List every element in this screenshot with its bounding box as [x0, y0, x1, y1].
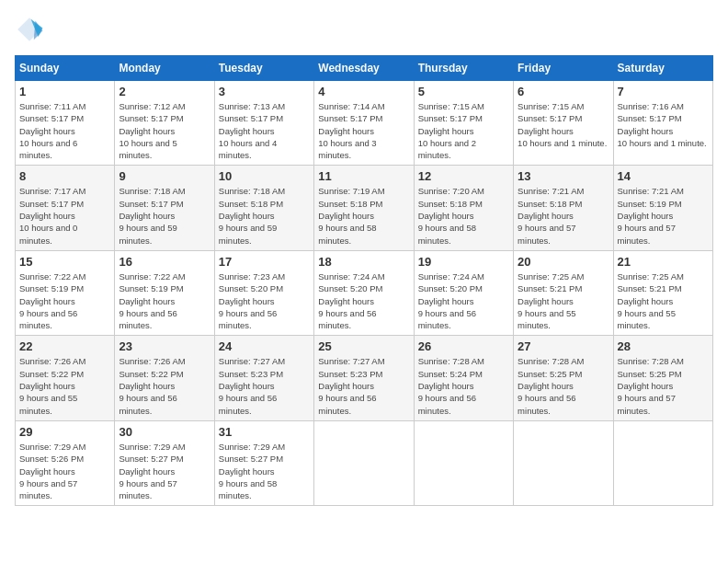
calendar-cell: [314, 420, 414, 505]
calendar-cell: 31 Sunrise: 7:29 AM Sunset: 5:27 PM Dayl…: [214, 420, 313, 505]
calendar-cell: 19 Sunrise: 7:24 AM Sunset: 5:20 PM Dayl…: [414, 250, 513, 335]
day-header: Friday: [514, 56, 613, 81]
calendar-cell: 12 Sunrise: 7:20 AM Sunset: 5:18 PM Dayl…: [414, 166, 513, 250]
day-number: 18: [318, 255, 409, 269]
day-number: 26: [418, 339, 509, 353]
calendar-cell: [613, 420, 712, 505]
day-number: 17: [219, 255, 310, 269]
day-header: Thursday: [414, 56, 513, 81]
calendar-cell: 14 Sunrise: 7:21 AM Sunset: 5:19 PM Dayl…: [613, 166, 712, 250]
calendar-cell: 26 Sunrise: 7:28 AM Sunset: 5:24 PM Dayl…: [414, 336, 513, 420]
day-info: Sunrise: 7:18 AM Sunset: 5:18 PM Dayligh…: [219, 185, 310, 246]
calendar-cell: 10 Sunrise: 7:18 AM Sunset: 5:18 PM Dayl…: [214, 166, 313, 250]
day-number: 29: [19, 425, 110, 439]
calendar-cell: 27 Sunrise: 7:28 AM Sunset: 5:25 PM Dayl…: [514, 336, 613, 420]
calendar-cell: 3 Sunrise: 7:13 AM Sunset: 5:17 PM Dayli…: [214, 81, 313, 166]
day-info: Sunrise: 7:15 AM Sunset: 5:17 PM Dayligh…: [418, 100, 509, 161]
calendar-cell: 8 Sunrise: 7:17 AM Sunset: 5:17 PM Dayli…: [16, 166, 115, 250]
day-header: Saturday: [613, 56, 712, 81]
logo: [15, 15, 48, 44]
calendar-body: 1 Sunrise: 7:11 AM Sunset: 5:17 PM Dayli…: [16, 81, 713, 506]
calendar-week: 22 Sunrise: 7:26 AM Sunset: 5:22 PM Dayl…: [16, 336, 713, 420]
day-number: 28: [618, 339, 709, 353]
day-info: Sunrise: 7:29 AM Sunset: 5:27 PM Dayligh…: [119, 441, 210, 501]
day-number: 16: [119, 255, 210, 269]
calendar-cell: 21 Sunrise: 7:25 AM Sunset: 5:21 PM Dayl…: [613, 250, 712, 335]
calendar-table: SundayMondayTuesdayWednesdayThursdayFrid…: [15, 55, 713, 506]
day-number: 27: [518, 339, 609, 353]
calendar-cell: [514, 420, 613, 505]
day-number: 15: [19, 255, 110, 269]
calendar-cell: 13 Sunrise: 7:21 AM Sunset: 5:18 PM Dayl…: [514, 166, 613, 250]
day-info: Sunrise: 7:27 AM Sunset: 5:23 PM Dayligh…: [318, 355, 409, 416]
day-info: Sunrise: 7:29 AM Sunset: 5:27 PM Dayligh…: [219, 441, 310, 501]
day-header: Wednesday: [314, 56, 414, 81]
calendar-cell: 5 Sunrise: 7:15 AM Sunset: 5:17 PM Dayli…: [414, 81, 513, 166]
day-info: Sunrise: 7:27 AM Sunset: 5:23 PM Dayligh…: [219, 355, 310, 416]
day-info: Sunrise: 7:28 AM Sunset: 5:25 PM Dayligh…: [618, 355, 709, 416]
day-number: 21: [618, 255, 709, 269]
day-info: Sunrise: 7:25 AM Sunset: 5:21 PM Dayligh…: [618, 270, 709, 331]
day-number: 3: [219, 85, 310, 98]
day-info: Sunrise: 7:23 AM Sunset: 5:20 PM Dayligh…: [219, 270, 310, 331]
calendar-cell: 7 Sunrise: 7:16 AM Sunset: 5:17 PM Dayli…: [613, 81, 712, 166]
day-info: Sunrise: 7:28 AM Sunset: 5:24 PM Dayligh…: [418, 355, 509, 416]
day-info: Sunrise: 7:28 AM Sunset: 5:25 PM Dayligh…: [518, 355, 609, 416]
day-info: Sunrise: 7:15 AM Sunset: 5:17 PM Dayligh…: [518, 100, 609, 149]
day-info: Sunrise: 7:18 AM Sunset: 5:17 PM Dayligh…: [119, 185, 210, 246]
calendar-cell: 17 Sunrise: 7:23 AM Sunset: 5:20 PM Dayl…: [214, 250, 313, 335]
day-info: Sunrise: 7:12 AM Sunset: 5:17 PM Dayligh…: [119, 100, 210, 161]
day-info: Sunrise: 7:26 AM Sunset: 5:22 PM Dayligh…: [19, 355, 110, 416]
day-number: 6: [518, 85, 609, 98]
calendar-cell: 28 Sunrise: 7:28 AM Sunset: 5:25 PM Dayl…: [613, 336, 712, 420]
calendar-cell: 15 Sunrise: 7:22 AM Sunset: 5:19 PM Dayl…: [16, 250, 115, 335]
day-info: Sunrise: 7:22 AM Sunset: 5:19 PM Dayligh…: [19, 270, 110, 331]
calendar-cell: 1 Sunrise: 7:11 AM Sunset: 5:17 PM Dayli…: [16, 81, 115, 166]
day-number: 13: [518, 169, 609, 183]
day-number: 19: [418, 255, 509, 269]
calendar-cell: 23 Sunrise: 7:26 AM Sunset: 5:22 PM Dayl…: [115, 336, 214, 420]
page-header: [15, 15, 713, 44]
calendar-cell: 9 Sunrise: 7:18 AM Sunset: 5:17 PM Dayli…: [115, 166, 214, 250]
calendar-cell: 25 Sunrise: 7:27 AM Sunset: 5:23 PM Dayl…: [314, 336, 414, 420]
calendar-cell: 22 Sunrise: 7:26 AM Sunset: 5:22 PM Dayl…: [16, 336, 115, 420]
day-number: 11: [318, 169, 409, 183]
day-number: 20: [518, 255, 609, 269]
day-info: Sunrise: 7:24 AM Sunset: 5:20 PM Dayligh…: [318, 270, 409, 331]
day-info: Sunrise: 7:13 AM Sunset: 5:17 PM Dayligh…: [219, 100, 310, 161]
day-number: 12: [418, 169, 509, 183]
calendar-header: SundayMondayTuesdayWednesdayThursdayFrid…: [16, 56, 713, 81]
day-number: 4: [318, 85, 409, 98]
calendar-cell: 16 Sunrise: 7:22 AM Sunset: 5:19 PM Dayl…: [115, 250, 214, 335]
day-number: 23: [119, 339, 210, 353]
day-number: 22: [19, 339, 110, 353]
calendar-cell: 29 Sunrise: 7:29 AM Sunset: 5:26 PM Dayl…: [16, 420, 115, 505]
day-header: Monday: [115, 56, 214, 81]
day-info: Sunrise: 7:19 AM Sunset: 5:18 PM Dayligh…: [318, 185, 409, 246]
day-number: 2: [119, 85, 210, 98]
day-info: Sunrise: 7:24 AM Sunset: 5:20 PM Dayligh…: [418, 270, 509, 331]
calendar-cell: [414, 420, 513, 505]
day-number: 1: [19, 85, 110, 98]
day-info: Sunrise: 7:29 AM Sunset: 5:26 PM Dayligh…: [19, 441, 110, 501]
calendar-cell: 4 Sunrise: 7:14 AM Sunset: 5:17 PM Dayli…: [314, 81, 414, 166]
day-header: Tuesday: [214, 56, 313, 81]
calendar-cell: 30 Sunrise: 7:29 AM Sunset: 5:27 PM Dayl…: [115, 420, 214, 505]
day-info: Sunrise: 7:14 AM Sunset: 5:17 PM Dayligh…: [318, 100, 409, 161]
day-info: Sunrise: 7:26 AM Sunset: 5:22 PM Dayligh…: [119, 355, 210, 416]
calendar-cell: 20 Sunrise: 7:25 AM Sunset: 5:21 PM Dayl…: [514, 250, 613, 335]
day-number: 5: [418, 85, 509, 98]
day-number: 7: [618, 85, 709, 98]
day-number: 10: [219, 169, 310, 183]
day-number: 9: [119, 169, 210, 183]
calendar-week: 15 Sunrise: 7:22 AM Sunset: 5:19 PM Dayl…: [16, 250, 713, 335]
day-number: 14: [618, 169, 709, 183]
day-number: 8: [19, 169, 110, 183]
calendar-week: 29 Sunrise: 7:29 AM Sunset: 5:26 PM Dayl…: [16, 420, 713, 505]
day-number: 24: [219, 339, 310, 353]
day-info: Sunrise: 7:11 AM Sunset: 5:17 PM Dayligh…: [19, 100, 110, 161]
calendar-week: 1 Sunrise: 7:11 AM Sunset: 5:17 PM Dayli…: [16, 81, 713, 166]
day-info: Sunrise: 7:25 AM Sunset: 5:21 PM Dayligh…: [518, 270, 609, 331]
calendar-cell: 11 Sunrise: 7:19 AM Sunset: 5:18 PM Dayl…: [314, 166, 414, 250]
calendar-cell: 24 Sunrise: 7:27 AM Sunset: 5:23 PM Dayl…: [214, 336, 313, 420]
